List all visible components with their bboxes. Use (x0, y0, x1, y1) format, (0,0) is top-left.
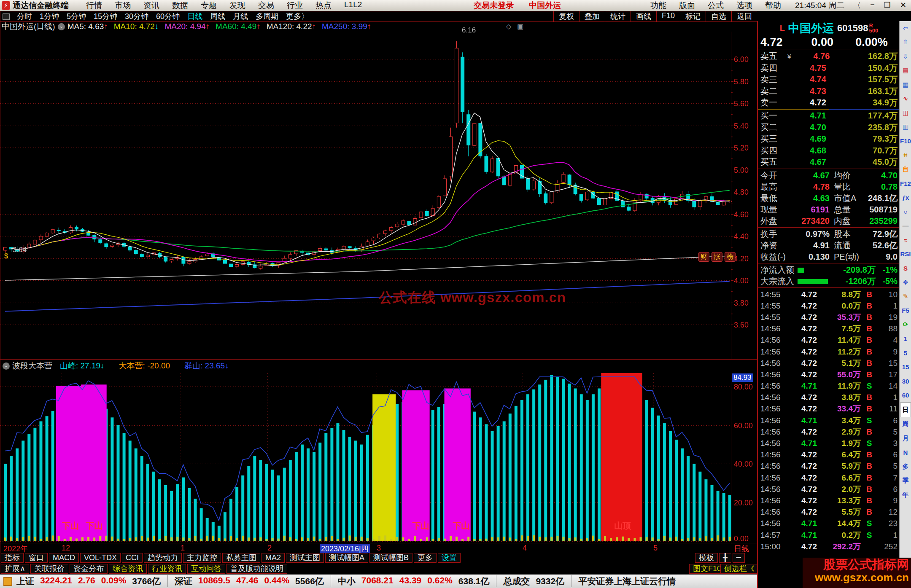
money-flow-icon[interactable]: S (900, 261, 911, 276)
corner-tab-图文F10[interactable]: 图文F10 (689, 564, 725, 574)
menu-item-选项[interactable]: 选项 (730, 0, 759, 11)
menu-item-版面[interactable]: 版面 (673, 0, 701, 11)
ask-row-卖五[interactable]: 卖五¥4.76162.8万 (758, 51, 900, 62)
period-30-button[interactable]: 30 (900, 374, 911, 389)
indicator-collapse-icon[interactable]: ⌄ (3, 362, 10, 370)
restore-button[interactable]: ❐ (879, 0, 895, 11)
tick-list[interactable]: 14:554.728.8万B1014:554.720.0万B114:554.72… (758, 289, 900, 552)
tab-窗口[interactable]: 窗口 (25, 553, 48, 563)
period-tab-5分钟[interactable]: 5分钟 (63, 11, 90, 21)
chip-榜[interactable]: 榜 (725, 252, 736, 262)
action-F10[interactable]: F10 (656, 11, 680, 21)
action-复权[interactable]: 复权 (553, 11, 579, 21)
status-icon[interactable] (3, 577, 12, 586)
period-month-button[interactable]: 月 (900, 432, 911, 446)
period-tab-更多〉[interactable]: 更多〉 (282, 11, 313, 21)
tab-测试幅图A[interactable]: 测试幅图A (325, 553, 368, 563)
tab-VOL-TDX[interactable]: VOL-TDX (80, 553, 121, 563)
candle-chart-icon[interactable]: ◫ (900, 106, 911, 120)
tab-测试主图[interactable]: 测试主图 (286, 553, 324, 563)
period-day-button[interactable]: 日 (900, 403, 911, 418)
tab-right-模板[interactable]: 模板 (695, 553, 718, 563)
menu-item-发现[interactable]: 发现 (223, 0, 252, 11)
bid-row-买一[interactable]: 买一4.71177.4万 (758, 110, 900, 122)
arrow-down-icon[interactable]: ⇩ (900, 49, 911, 64)
tab-趋势动力[interactable]: 趋势动力 (144, 553, 182, 563)
arrow-left-icon[interactable]: ⇦ (900, 21, 911, 35)
period-tab-30分钟[interactable]: 30分钟 (121, 11, 152, 21)
bid-row-买二[interactable]: 买二4.70235.8万 (758, 122, 900, 134)
circle-icon[interactable]: ○ (900, 205, 911, 219)
menu-item-热点[interactable]: 热点 (309, 0, 338, 11)
tab-right-━[interactable]: ━ (733, 553, 745, 563)
tab-right-╋[interactable]: ╋ (719, 553, 731, 563)
menu-item-数据[interactable]: 数据 (166, 0, 194, 11)
action-标记[interactable]: 标记 (680, 11, 706, 21)
period-tab-月线[interactable]: 月线 (229, 11, 252, 21)
ext-tab-综合资讯[interactable]: 综合资讯 (109, 564, 147, 574)
menu-item-交易[interactable]: 交易 (252, 0, 280, 11)
tab-CCI[interactable]: CCI (122, 553, 143, 563)
menu-item-行情[interactable]: 行情 (80, 0, 108, 11)
period-tab-周线[interactable]: 周线 (206, 11, 229, 21)
period-60-button[interactable]: 60 (900, 388, 911, 403)
minimize-button[interactable]: − (865, 0, 879, 11)
period-tab-1分钟[interactable]: 1分钟 (36, 11, 63, 21)
login-status[interactable]: 交易未登录 (474, 0, 514, 11)
tab-更多[interactable]: 更多 (414, 553, 437, 563)
ask-row-卖一[interactable]: 卖一4.7234.9万 (758, 97, 900, 109)
action-叠加[interactable]: 叠加 (579, 11, 605, 21)
menu-item-功能[interactable]: 功能 (644, 0, 673, 11)
f5-button[interactable]: F5 (900, 303, 911, 318)
tab-主力监控[interactable]: 主力监控 (183, 553, 221, 563)
period-5-button[interactable]: 5 (900, 346, 911, 360)
menu-item-L1L2[interactable]: L1L2 (338, 0, 368, 11)
period-15-button[interactable]: 15 (900, 360, 911, 374)
wave-icon[interactable]: ≈ (900, 233, 911, 247)
period-multi-button[interactable]: 多 (900, 460, 911, 474)
period-year-button[interactable]: 年 (900, 488, 911, 502)
ext-tab-扩展∧[interactable]: 扩展∧ (1, 564, 29, 574)
f12-button[interactable]: F12 (900, 177, 911, 191)
date-period-label[interactable]: 日线 (734, 544, 749, 554)
back-button[interactable]: 〈 (849, 0, 865, 11)
chip-财[interactable]: 财 (698, 252, 709, 262)
tab-MACD[interactable]: MACD (49, 553, 79, 563)
ext-tab-关联报价[interactable]: 关联报价 (30, 564, 68, 574)
tab-测试幅图B[interactable]: 测试幅图B (369, 553, 412, 563)
draw-icon[interactable]: ✎ (900, 290, 911, 304)
divider-icon[interactable]: — (900, 219, 911, 233)
f10-button[interactable]: F10 (900, 134, 911, 148)
period-n-button[interactable]: N (900, 446, 911, 460)
period-tab-多周期[interactable]: 多周期 (252, 11, 282, 21)
period-tab-日线[interactable]: 日线 (183, 11, 206, 21)
period-tab-分时[interactable]: 分时 (13, 11, 36, 21)
action-统计[interactable]: 统计 (605, 11, 631, 21)
chart-window-icons[interactable]: ◇▣ (506, 22, 529, 30)
menu-item-专题[interactable]: 专题 (194, 0, 223, 11)
ask-row-卖三[interactable]: 卖三4.74157.5万 (758, 74, 900, 86)
period-tab-15分钟[interactable]: 15分钟 (90, 11, 121, 21)
menu-item-行业[interactable]: 行业 (280, 0, 309, 11)
bid-row-买四[interactable]: 买四4.6870.7万 (758, 145, 900, 157)
tab-MA2[interactable]: MA2 (261, 553, 285, 563)
arrow-up-icon[interactable]: ⇧ (900, 35, 911, 50)
tile-icon[interactable]: ⌗ (900, 148, 911, 163)
formula-icon[interactable]: ƒx (900, 191, 911, 205)
main-candle-chart[interactable] (0, 32, 757, 359)
period-tab-60分钟[interactable]: 60分钟 (152, 11, 183, 21)
ask-row-卖二[interactable]: 卖二4.73163.1万 (758, 86, 900, 97)
page-icon[interactable]: ▥ (900, 120, 911, 134)
trend-line-icon[interactable]: ∿ (900, 92, 911, 106)
period-quarter-button[interactable]: 季 (900, 474, 911, 488)
action-画线[interactable]: 画线 (631, 11, 656, 21)
indicator-chart[interactable] (0, 373, 757, 544)
ext-tab-资金分布[interactable]: 资金分布 (70, 564, 108, 574)
menu-item-资讯[interactable]: 资讯 (137, 0, 166, 11)
grid-view-icon[interactable]: ▦ (900, 78, 911, 92)
collapse-icon[interactable]: ⌄ (58, 23, 65, 30)
quote-board-icon[interactable]: ▤ (900, 64, 911, 78)
menu-item-帮助[interactable]: 帮助 (759, 0, 787, 11)
rsi-button[interactable]: RSI (900, 247, 911, 261)
menu-item-公式[interactable]: 公式 (701, 0, 730, 11)
